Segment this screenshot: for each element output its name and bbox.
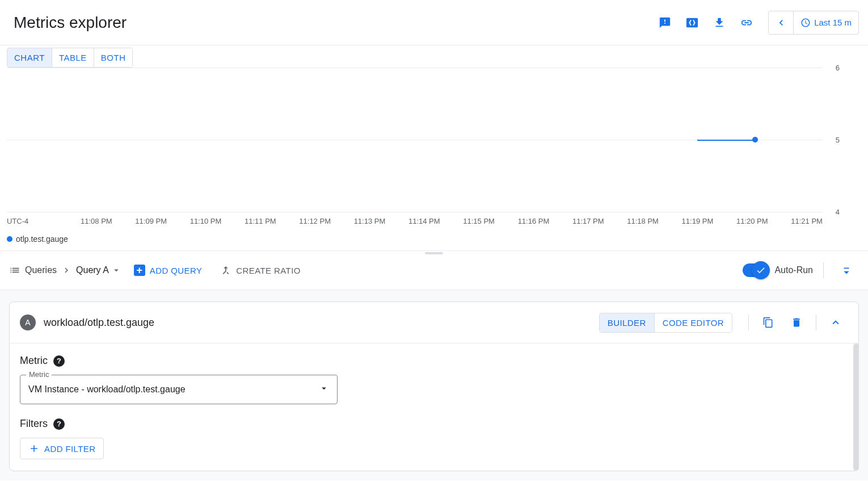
plus-icon: +: [134, 265, 145, 276]
chart-series-line: [697, 140, 755, 141]
chart-legend: otlp.test.gauge: [0, 232, 868, 250]
clock-icon: [800, 18, 811, 28]
merge-icon: [220, 265, 231, 276]
metric-select-value: VM Instance - workload/otlp.test.gauge: [28, 384, 186, 394]
queries-label[interactable]: Queries: [25, 265, 57, 275]
dropdown-icon: [319, 383, 329, 396]
panel-divider: [0, 250, 868, 251]
time-range-group: Last 15 m: [768, 11, 859, 35]
add-query-button[interactable]: + ADD QUERY: [128, 260, 208, 280]
tab-both[interactable]: BOTH: [94, 48, 133, 67]
time-range-label: Last 15 m: [814, 18, 852, 27]
query-panel: A workload/otlp.test.gauge BUILDER CODE …: [9, 301, 859, 471]
breadcrumb: Queries Query A: [9, 265, 121, 276]
chevron-right-icon: [61, 265, 71, 275]
tab-table[interactable]: TABLE: [52, 48, 94, 67]
x-axis-labels: 11:08 PM 11:09 PM 11:10 PM 11:11 PM 11:1…: [7, 217, 823, 225]
filters-section-label: Filters ?: [20, 418, 848, 430]
help-icon[interactable]: ?: [53, 355, 65, 367]
add-filter-button[interactable]: ADD FILTER: [20, 438, 104, 459]
check-icon: [756, 265, 766, 275]
editor-mode-tabs: BUILDER CODE EDITOR: [599, 313, 732, 333]
create-ratio-button[interactable]: CREATE RATIO: [214, 260, 306, 280]
time-prev-button[interactable]: [769, 11, 794, 34]
auto-run-toggle[interactable]: [743, 263, 768, 277]
resize-handle[interactable]: [425, 252, 443, 254]
legend-dot: [7, 236, 12, 242]
legend-series-name: otlp.test.gauge: [16, 234, 68, 244]
tab-chart[interactable]: CHART: [7, 48, 52, 67]
chart[interactable]: 6 5 4 UTC-4 11:08 PM 11:09 PM 11:10 PM 1…: [7, 68, 868, 232]
help-icon[interactable]: ?: [53, 418, 65, 430]
header-actions: Last 15 m: [652, 10, 859, 35]
metric-section-label: Metric ?: [20, 355, 848, 367]
delete-icon[interactable]: [784, 310, 809, 335]
copy-icon[interactable]: [756, 310, 781, 335]
y-axis-labels: 6 5 4: [823, 68, 840, 212]
collapse-panel-icon[interactable]: [823, 310, 848, 335]
collapse-all-icon[interactable]: [834, 258, 859, 283]
auto-run-label: Auto-Run: [774, 265, 813, 275]
chart-data-point: [752, 137, 758, 143]
dropdown-icon: [111, 265, 121, 275]
page-title: Metrics explorer: [9, 11, 131, 34]
view-tabs: CHART TABLE BOTH: [7, 48, 133, 68]
query-selector[interactable]: Query A: [76, 265, 121, 275]
plus-icon: [28, 443, 40, 454]
list-icon: [9, 265, 20, 276]
download-icon[interactable]: [707, 10, 732, 35]
time-range-button[interactable]: Last 15 m: [794, 11, 858, 34]
builder-tab[interactable]: BUILDER: [600, 313, 655, 332]
link-icon[interactable]: [734, 10, 759, 35]
query-badge: A: [20, 315, 36, 330]
code-editor-tab[interactable]: CODE EDITOR: [655, 313, 732, 332]
code-icon[interactable]: [680, 10, 705, 35]
query-title: workload/otlp.test.gauge: [44, 317, 591, 329]
metric-select[interactable]: Metric VM Instance - workload/otlp.test.…: [20, 375, 338, 404]
scrollbar[interactable]: [853, 343, 859, 471]
feedback-icon[interactable]: [652, 10, 677, 35]
metric-select-legend: Metric: [26, 370, 52, 379]
